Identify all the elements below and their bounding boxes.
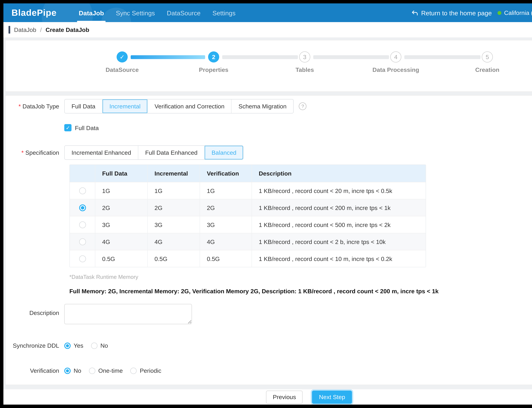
step-circle-datasource: ✓ — [117, 51, 128, 62]
region-label: California (v0.7.0) — [504, 9, 532, 16]
synchronize-ddl-row: Synchronize DDL Yes No — [6, 342, 532, 349]
spec-full-data-enhanced[interactable]: Full Data Enhanced — [138, 146, 204, 159]
synchronize-ddl-label: Synchronize DDL — [6, 342, 64, 349]
step-circle-data-processing: 4 — [390, 51, 401, 62]
specification-table: Full Data Incremental Verification Descr… — [69, 164, 426, 267]
verification-radio-no[interactable]: No — [64, 367, 81, 374]
return-home-link[interactable]: Return to the home page — [411, 9, 492, 16]
step-label-properties: Properties — [199, 66, 229, 73]
header-full-data: Full Data — [95, 165, 147, 182]
description-row: Description — [6, 304, 532, 324]
step-label-data-processing: Data Processing — [372, 66, 419, 73]
datajob-type-help-icon[interactable]: ? — [299, 102, 307, 110]
spec-balanced[interactable]: Balanced — [204, 146, 243, 159]
step-bar-4 — [404, 55, 480, 59]
table-row[interactable]: 0.5G 0.5G 0.5G 1 KB/record , record coun… — [70, 250, 426, 267]
breadcrumb-separator: / — [40, 26, 42, 33]
datajob-type-label: *DataJob Type — [6, 99, 64, 113]
radio-checked-icon — [64, 367, 71, 374]
step-circle-properties: 2 — [208, 51, 219, 62]
datajob-type-row: *DataJob Type Full Data Incremental Veri… — [6, 99, 532, 113]
breadcrumb: DataJob / Create DataJob — [3, 22, 532, 37]
verification-label: Verification — [6, 367, 64, 374]
step-circle-tables: 3 — [299, 51, 310, 62]
row-radio[interactable] — [79, 238, 86, 245]
datajob-type-schema-migration[interactable]: Schema Migration — [231, 100, 293, 113]
breadcrumb-current: Create DataJob — [45, 26, 89, 33]
description-label: Description — [6, 304, 64, 316]
return-arrow-icon — [411, 9, 418, 16]
table-footnote: *DataTask Runtime Memory — [69, 274, 138, 280]
brand-logo: BladePipe — [11, 8, 57, 18]
row-radio[interactable] — [79, 255, 86, 262]
stepper-card: ✓ 2 3 4 5 DataSource Properties Tables D… — [5, 40, 532, 92]
nav-tab-datajob[interactable]: DataJob — [73, 3, 110, 22]
main-nav: DataJob Sync Settings DataSource Setting… — [73, 3, 241, 22]
verification-row: Verification No One-time Periodic — [6, 367, 532, 374]
datajob-type-verification-and-correction[interactable]: Verification and Correction — [147, 100, 231, 113]
previous-button[interactable]: Previous — [266, 390, 303, 404]
specification-label: *Specification — [6, 145, 64, 160]
step-label-creation: Creation — [475, 66, 499, 73]
required-asterisk: * — [18, 103, 21, 110]
step-bar-3 — [313, 55, 389, 59]
footer-action-bar: Previous Next Step — [3, 389, 532, 405]
verification-radio-periodic[interactable]: Periodic — [130, 367, 161, 374]
step-circle-creation: 5 — [482, 51, 493, 62]
table-row[interactable]: 1G 1G 1G 1 KB/record , record count < 20… — [70, 182, 426, 199]
row-radio[interactable] — [79, 221, 86, 228]
table-row[interactable]: 3G 3G 3G 1 KB/record , record count < 50… — [70, 216, 426, 233]
step-label-tables: Tables — [295, 66, 314, 73]
breadcrumb-accent-bar — [9, 26, 10, 34]
required-asterisk: * — [21, 149, 24, 156]
full-data-checkbox-row: ✓ Full Data — [6, 124, 532, 131]
table-header-row: Full Data Incremental Verification Descr… — [70, 165, 426, 182]
top-navbar: BladePipe DataJob Sync Settings DataSour… — [3, 3, 532, 22]
radio-icon — [91, 342, 97, 349]
full-data-checkbox[interactable]: ✓ Full Data — [64, 124, 99, 131]
radio-icon — [130, 367, 137, 374]
checkbox-checked-icon: ✓ — [64, 124, 71, 131]
header-radio-col — [70, 165, 95, 182]
step-bar-1 — [131, 55, 205, 59]
step-bar-2 — [222, 55, 298, 59]
region-status-dot — [497, 11, 501, 15]
row-radio[interactable] — [79, 187, 86, 194]
row-radio-checked[interactable] — [79, 204, 86, 211]
datajob-type-incremental[interactable]: Incremental — [102, 100, 147, 113]
verification-radio-one-time[interactable]: One-time — [89, 367, 123, 374]
header-description: Description — [251, 165, 426, 182]
breadcrumb-parent[interactable]: DataJob — [14, 26, 36, 33]
region-selector[interactable]: California (v0.7.0) — [497, 9, 532, 16]
spec-incremental-enhanced[interactable]: Incremental Enhanced — [65, 146, 138, 159]
app-window: BladePipe DataJob Sync Settings DataSour… — [3, 3, 532, 405]
radio-icon — [89, 367, 95, 374]
table-row-selected[interactable]: 2G 2G 2G 1 KB/record , record count < 20… — [70, 199, 426, 216]
nav-tab-datasource[interactable]: DataSource — [161, 3, 206, 22]
full-data-checkbox-label: Full Data — [75, 124, 99, 131]
ddl-radio-yes[interactable]: Yes — [64, 342, 83, 349]
nav-tab-settings[interactable]: Settings — [206, 3, 241, 22]
screenshot-frame: BladePipe DataJob Sync Settings DataSour… — [0, 0, 532, 408]
form-card: *DataJob Type Full Data Incremental Veri… — [5, 95, 532, 385]
datajob-type-group: Full Data Incremental Verification and C… — [64, 99, 294, 113]
selection-summary: Full Memory: 2G, Incremental Memory: 2G,… — [69, 288, 439, 295]
ddl-radio-no[interactable]: No — [91, 342, 108, 349]
datajob-type-full-data[interactable]: Full Data — [65, 100, 102, 113]
return-home-label: Return to the home page — [421, 9, 492, 16]
nav-tab-sync-settings[interactable]: Sync Settings — [110, 3, 161, 22]
radio-checked-icon — [64, 342, 71, 349]
specification-row: *Specification Incremental Enhanced Full… — [6, 145, 532, 160]
header-verification: Verification — [200, 165, 251, 182]
step-label-datasource: DataSource — [106, 66, 139, 73]
description-textarea[interactable] — [64, 304, 192, 324]
navbar-right-cluster: Return to the home page California (v0.7… — [411, 7, 532, 18]
table-row[interactable]: 4G 4G 4G 1 KB/record , record count < 2 … — [70, 233, 426, 250]
next-step-button[interactable]: Next Step — [312, 390, 352, 404]
specification-group: Incremental Enhanced Full Data Enhanced … — [64, 145, 244, 160]
header-incremental: Incremental — [147, 165, 200, 182]
